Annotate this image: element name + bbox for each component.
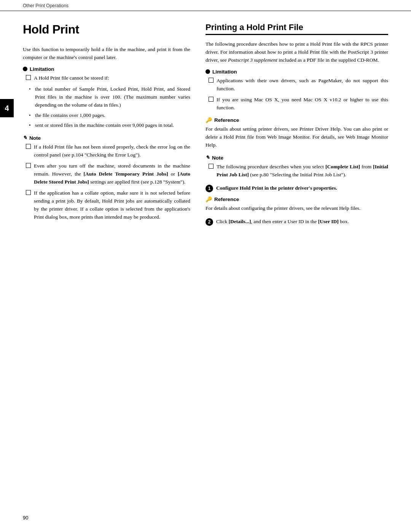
step-1-text: Configure Hold Print in the printer driv…	[216, 184, 388, 192]
note-item-1: If a Hold Print file has not been stored…	[23, 143, 190, 159]
right-note-heading: ✎ Note	[206, 155, 388, 161]
checkbox-icon-2	[26, 163, 31, 168]
page-number: 90	[23, 515, 28, 521]
checkbox-icon	[26, 75, 31, 80]
right-limitation-heading: Limitation	[206, 69, 388, 75]
left-note-heading: ✎ Note	[23, 135, 190, 141]
content-area: Hold Print Use this function to temporar…	[0, 11, 411, 245]
right-note-item: The following procedure describes when y…	[206, 163, 388, 179]
limitation-bullet-list: the total number of Sample Print, Locked…	[23, 85, 190, 130]
header-text: Other Print Operations	[23, 3, 68, 8]
right-note-block: ✎ Note The following procedure describes…	[206, 155, 388, 179]
right-limitation-text-2: If you are using Mac OS X, you need Mac …	[217, 96, 388, 112]
step-1: 1 Configure Hold Print in the printer dr…	[206, 184, 388, 192]
key-icon-2: 🔑	[206, 196, 212, 202]
chapter-marker: 4	[0, 99, 14, 117]
list-item: sent or stored files in the machine cont…	[29, 121, 190, 129]
right-checkbox-icon-2	[209, 97, 213, 102]
right-reference-2: 🔑 Reference For details about configurin…	[206, 196, 388, 212]
checkbox-icon-1	[26, 144, 31, 149]
right-limitation-item-2: If you are using Mac OS X, you need Mac …	[206, 96, 388, 112]
right-reference-1: 🔑 Reference For details about setting pr…	[206, 117, 388, 149]
note-text-1: If a Hold Print file has not been stored…	[34, 143, 190, 159]
left-column: Hold Print Use this function to temporar…	[23, 22, 190, 230]
right-note-icon: ✎	[206, 155, 210, 161]
note-icon: ✎	[23, 135, 27, 141]
right-note-checkbox	[209, 164, 213, 169]
right-reference-heading-1: 🔑 Reference	[206, 117, 388, 123]
left-note-block: ✎ Note If a Hold Print file has not been…	[23, 135, 190, 221]
right-limitation-item-1: Applications with their own drivers, suc…	[206, 77, 388, 93]
right-intro-paragraph: The following procedure describes how to…	[206, 40, 388, 64]
page-header: Other Print Operations	[0, 0, 411, 11]
intro-paragraph: Use this function to temporarily hold a …	[23, 46, 190, 62]
page-container: Other Print Operations 4 Hold Print Use …	[0, 0, 411, 532]
section-heading: Printing a Hold Print File	[206, 22, 388, 35]
list-item: the file contains over 1,000 pages.	[29, 112, 190, 120]
right-limitation-bullet-icon	[206, 69, 210, 74]
right-column: Printing a Hold Print File The following…	[206, 22, 388, 230]
note-item-3: If the application has a collate option,…	[23, 189, 190, 221]
right-limitation-block: Limitation Applications with their own d…	[206, 69, 388, 112]
left-limitation-heading: Limitation	[23, 66, 190, 72]
right-reference-heading-2: 🔑 Reference	[206, 196, 388, 202]
note-text-2: Even after you turn off the machine, sto…	[34, 162, 190, 186]
limitation-bullet-icon	[23, 67, 27, 71]
right-limitation-text-1: Applications with their own drivers, suc…	[217, 77, 388, 93]
checkbox-icon-3	[26, 190, 31, 195]
note-text-3: If the application has a collate option,…	[34, 189, 190, 221]
limitation-checkbox-item: A Hold Print file cannot be stored if:	[23, 74, 190, 82]
limitation-item-text: A Hold Print file cannot be stored if:	[34, 74, 190, 82]
step-1-number: 1	[206, 185, 213, 192]
right-checkbox-icon-1	[209, 78, 213, 83]
right-note-text: The following procedure describes when y…	[217, 163, 388, 179]
step-2-text: Click [Details...], and then enter a Use…	[216, 218, 388, 226]
step-2-number: 2	[206, 218, 213, 226]
note-item-2: Even after you turn off the machine, sto…	[23, 162, 190, 186]
page-title: Hold Print	[23, 22, 190, 37]
list-item: the total number of Sample Print, Locked…	[29, 85, 190, 109]
reference-text-1: For details about setting printer driver…	[206, 125, 388, 149]
left-limitation-block: Limitation A Hold Print file cannot be s…	[23, 66, 190, 130]
reference-text-2: For details about configuring the printe…	[206, 204, 388, 212]
step-2: 2 Click [Details...], and then enter a U…	[206, 218, 388, 226]
key-icon-1: 🔑	[206, 117, 212, 123]
